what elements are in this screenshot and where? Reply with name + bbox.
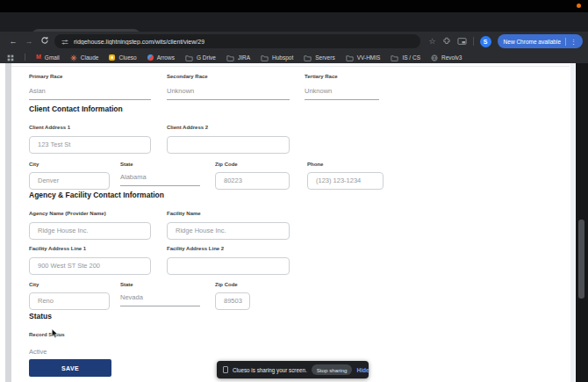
scrollbar-thumb[interactable] (578, 220, 584, 299)
bookmarks-divider (25, 54, 25, 61)
bookmark-label: G Drive (197, 54, 216, 61)
bookmark-label: Revolv3 (441, 54, 462, 61)
client-contact-heading: Client Contact Information (29, 105, 123, 113)
bookmark-arrows[interactable]: Arrows (147, 54, 175, 61)
client-zip-input[interactable]: 80223 (215, 172, 290, 190)
screen-share-icon (223, 366, 228, 373)
chrome-update-label: New Chrome available (504, 39, 561, 45)
client-state-select[interactable]: Alabama (120, 173, 200, 186)
browser-window: WITS Client Form ✕ + ← → ridgehouse.ligh… (0, 0, 588, 382)
back-icon[interactable]: ← (5, 37, 21, 46)
facility-name-label: Facility Name (167, 211, 201, 216)
update-pill-divider (565, 38, 566, 46)
url-text[interactable]: ridgehouse.lightningstep.com/wits/client… (74, 39, 204, 45)
status-heading: Status (29, 312, 52, 321)
facility-city-input[interactable]: Reno (29, 292, 110, 310)
extensions-icon[interactable] (442, 33, 451, 49)
bookmark-label: IS / CS (402, 54, 420, 61)
secondary-race-field[interactable]: Unknown (167, 87, 290, 100)
bookmark-label: VV-HMIS (357, 54, 381, 61)
facility-city-label: City (29, 282, 39, 287)
agency-facility-heading: Agency & Facility Contact Information (29, 191, 164, 199)
save-button[interactable]: SAVE (29, 359, 111, 377)
agency-name-label: Agency Name (Provider Name) (29, 211, 106, 216)
bookmark-star-icon[interactable]: ☆ (429, 38, 436, 46)
mouse-cursor (51, 328, 59, 339)
bookmark-label: Claude (81, 54, 99, 61)
client-phone-input[interactable]: (123) 123-1234 (307, 172, 384, 190)
reload-icon[interactable] (37, 36, 53, 47)
bookmark-label: JIRA (238, 54, 250, 61)
record-status-label: Record Status (29, 332, 65, 337)
window-titlebar (0, 0, 588, 12)
tab-search-icon[interactable] (457, 33, 467, 49)
client-state-label: State (120, 162, 133, 167)
notification-dot (577, 4, 581, 8)
toolbar-right-cluster: ☆ S New Chrome available ⋮ (429, 33, 583, 49)
record-status-value[interactable]: Active (29, 348, 47, 356)
hide-toast-link[interactable]: Hide (356, 367, 369, 373)
secondary-race-label: Secondary Race (167, 74, 208, 79)
left-scroll-strip[interactable] (5, 63, 11, 382)
screen-share-message: Clueso is sharing your screen. (233, 367, 307, 373)
tab-strip: WITS Client Form ✕ + (0, 12, 588, 32)
bookmark-label: Clueso (118, 54, 136, 61)
tertiary-race-label: Tertiary Race (305, 74, 338, 79)
chrome-update-button[interactable]: New Chrome available ⋮ (498, 34, 583, 48)
page-scrollbar-track[interactable] (570, 63, 575, 382)
primary-race-field[interactable]: Asian (29, 87, 151, 100)
client-zip-label: Zip Code (215, 162, 238, 167)
facility-state-select[interactable]: Nevada (120, 293, 200, 306)
window-scrollbar[interactable] (576, 63, 588, 382)
stop-sharing-button[interactable]: Stop sharing (312, 364, 353, 375)
client-address2-input[interactable] (167, 136, 290, 154)
forward-icon[interactable]: → (21, 37, 37, 46)
browser-toolbar: ← → ridgehouse.lightningstep.com/wits/cl… (0, 32, 588, 51)
profile-avatar[interactable]: S (480, 36, 491, 47)
client-city-label: City (29, 162, 39, 167)
page-content: Primary Race Secondary Race Tertiary Rac… (0, 63, 588, 382)
screen-share-toast: Clueso is sharing your screen. Stop shar… (217, 361, 369, 378)
site-settings-icon[interactable] (61, 33, 68, 49)
facility-address2-label: Facility Address Line 2 (167, 246, 224, 251)
bookmark-label: Arrows (157, 54, 175, 61)
tertiary-race-field[interactable]: Unknown (305, 87, 379, 100)
bookmark-label: Servers (315, 54, 334, 61)
facility-address1-input[interactable]: 900 West ST Ste 200 (29, 257, 151, 275)
address-bar[interactable]: ridgehouse.lightningstep.com/wits/client… (54, 34, 420, 48)
client-city-input[interactable]: Denver (29, 172, 110, 190)
client-address2-label: Client Address 2 (167, 125, 208, 130)
gmail-icon: M (36, 54, 41, 61)
client-phone-label: Phone (307, 162, 323, 167)
bookmark-gmail[interactable]: M Gmail (36, 54, 60, 61)
kebab-menu-icon[interactable]: ⋮ (570, 39, 577, 45)
facility-address1-label: Facility Address Line 1 (29, 246, 86, 251)
facility-zip-input[interactable]: 89503 (215, 292, 250, 310)
facility-state-label: State (120, 282, 133, 287)
toolbar-divider (473, 37, 474, 46)
facility-name-input[interactable]: Ridge House Inc. (167, 222, 290, 240)
bookmark-label: Gmail (45, 54, 60, 61)
client-address1-input[interactable]: 123 Test St (29, 136, 151, 154)
facility-address2-input[interactable] (167, 257, 290, 275)
bookmark-label: Hubspot (272, 54, 293, 61)
primary-race-label: Primary Race (29, 74, 62, 79)
facility-zip-label: Zip Code (215, 282, 238, 287)
agency-name-input[interactable]: Ridge House Inc. (29, 222, 151, 240)
clueso-icon (109, 54, 115, 61)
arrows-icon (147, 54, 154, 61)
content-top-divider (11, 66, 570, 67)
bookmarks-bar: M Gmail Claude Clueso Arrows G Drive JIR… (0, 51, 588, 63)
client-address1-label: Client Address 1 (29, 125, 70, 130)
bookmark-clueso[interactable]: Clueso (109, 54, 136, 61)
